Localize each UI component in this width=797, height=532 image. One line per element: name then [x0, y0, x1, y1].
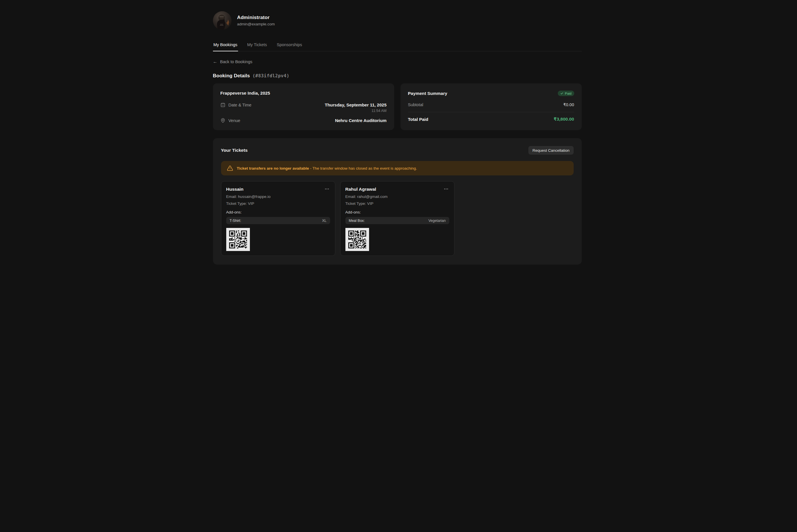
venue-value: Nehru Centre Auditorium	[335, 118, 387, 123]
tab-sponsorships[interactable]: Sponsorships	[276, 39, 303, 51]
profile-email: admin@example.com	[237, 22, 275, 26]
date-time-label-group: Date & Time	[221, 102, 252, 107]
ticket-menu-button[interactable]	[443, 186, 449, 192]
qr-code	[229, 230, 247, 248]
tab-my-bookings[interactable]: My Bookings	[213, 39, 238, 51]
request-cancellation-button[interactable]: Request Cancellation	[528, 146, 573, 155]
user-avatar-image	[213, 11, 231, 30]
addons-label: Add-ons:	[345, 210, 449, 214]
back-link-label: Back to Bookings	[220, 59, 252, 64]
event-card: Frappeverse India, 2025 Date & Time Thur…	[213, 83, 394, 130]
attendee-name: Hussain	[226, 186, 244, 192]
attendee-email: Email: rahul@gmail.com	[345, 194, 449, 200]
date-time-value: Thursday, September 11, 2025 11:54 AM	[325, 102, 387, 113]
venue-row: Venue Nehru Centre Auditorium	[221, 118, 387, 123]
ticket-card: Rahul Agrawal Email: rahul@gmail.com Tic…	[340, 181, 454, 256]
ticket-menu-button[interactable]	[324, 186, 330, 192]
warning-triangle-icon	[227, 165, 233, 171]
warning-text-bold: Ticket transfers are no longer available	[237, 166, 309, 171]
summary-cards-row: Frappeverse India, 2025 Date & Time Thur…	[213, 83, 582, 130]
profile-name: Administrator	[237, 15, 275, 20]
ticket-type: Ticket Type: VIP	[226, 201, 330, 206]
paid-status-badge: Paid	[558, 91, 574, 96]
addon-value: XL	[322, 219, 326, 223]
back-to-bookings-link[interactable]: ← Back to Bookings	[213, 59, 252, 64]
venue-label-group: Venue	[221, 118, 240, 123]
your-tickets-section: Your Tickets Request Cancellation Ticket…	[213, 138, 582, 265]
map-pin-icon	[221, 118, 225, 123]
page-title: Booking Details (#83ifdl2pv4)	[213, 73, 582, 79]
tab-bar: My Bookings My Tickets Sponsorships	[213, 39, 582, 51]
subtotal-row: Subtotal ₹0.00	[408, 102, 574, 107]
addon-row: Meal Box: Vegetarian	[345, 217, 449, 224]
event-time: 11:54 AM	[325, 109, 387, 113]
page-title-text: Booking Details	[213, 73, 250, 79]
total-paid-label: Total Paid	[408, 117, 429, 122]
ticket-grid: Hussain Email: hussain@frappe.io Ticket …	[221, 181, 574, 256]
ticket-card: Hussain Email: hussain@frappe.io Ticket …	[221, 181, 335, 256]
ticket-card-top: Hussain	[226, 186, 330, 192]
qr-code-box	[226, 228, 250, 251]
tickets-title: Your Tickets	[221, 148, 248, 153]
ellipsis-icon	[443, 186, 449, 192]
qr-code	[348, 230, 366, 248]
addons-label: Add-ons:	[226, 210, 330, 214]
venue-name: Nehru Centre Auditorium	[335, 118, 387, 123]
avatar	[213, 11, 231, 30]
calendar-icon	[221, 102, 225, 107]
event-date: Thursday, September 11, 2025	[325, 102, 387, 107]
tab-my-tickets[interactable]: My Tickets	[247, 39, 267, 51]
event-title: Frappeverse India, 2025	[221, 91, 387, 95]
ellipsis-icon	[324, 186, 329, 192]
date-time-label: Date & Time	[229, 103, 252, 107]
total-paid-row: Total Paid ₹3,800.00	[408, 117, 574, 122]
attendee-email: Email: hussain@frappe.io	[226, 194, 330, 200]
warning-text: Ticket transfers are no longer available…	[237, 166, 417, 171]
addon-name: T-Shirt:	[230, 219, 241, 223]
booking-id: (#83ifdl2pv4)	[252, 73, 289, 78]
arrow-left-icon: ←	[213, 59, 217, 64]
attendee-name: Rahul Agrawal	[345, 186, 376, 192]
tickets-header: Your Tickets Request Cancellation	[221, 146, 574, 155]
venue-label: Venue	[229, 118, 240, 123]
transfer-warning-banner: Ticket transfers are no longer available…	[221, 161, 574, 175]
profile-header: Administrator admin@example.com	[213, 11, 582, 30]
booking-details-page: Administrator admin@example.com My Booki…	[200, 0, 598, 279]
payment-summary-card: Payment Summary Paid Subtotal ₹0.00 Tota…	[400, 83, 582, 130]
ticket-type: Ticket Type: VIP	[345, 201, 449, 206]
total-paid-value: ₹3,800.00	[553, 117, 574, 122]
addon-row: T-Shirt: XL	[226, 217, 330, 224]
paid-badge-label: Paid	[565, 92, 571, 95]
warning-text-rest: - The transfer window has closed as the …	[310, 166, 417, 171]
addon-name: Meal Box:	[349, 219, 365, 223]
payment-summary-header: Payment Summary Paid	[408, 91, 574, 96]
addon-value: Vegetarian	[429, 219, 446, 223]
payment-divider	[408, 112, 574, 112]
check-icon	[561, 92, 563, 95]
qr-code-box	[345, 228, 369, 251]
subtotal-label: Subtotal	[408, 102, 423, 107]
ticket-card-top: Rahul Agrawal	[345, 186, 449, 192]
subtotal-value: ₹0.00	[563, 102, 574, 107]
profile-text: Administrator admin@example.com	[237, 15, 275, 26]
date-time-row: Date & Time Thursday, September 11, 2025…	[221, 102, 387, 113]
payment-summary-title: Payment Summary	[408, 91, 448, 96]
